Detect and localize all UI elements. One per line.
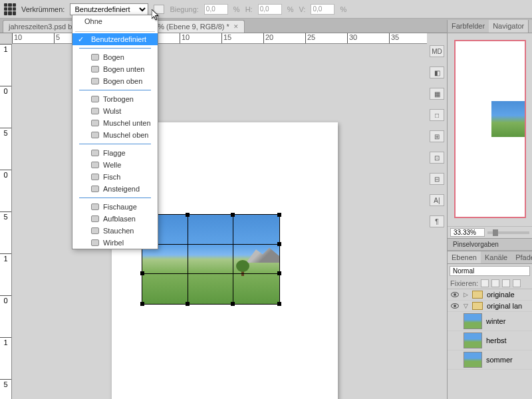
ruler-vertical[interactable]: 1050510152 [0, 44, 12, 399]
dropdown-item[interactable]: Fischauge [72, 201, 158, 213]
dropdown-item[interactable]: Muschel unten [72, 117, 158, 129]
tab-farbfelder[interactable]: Farbfelder [448, 20, 489, 33]
dropdown-item[interactable]: Torbogen [72, 93, 158, 105]
lock-transparency-icon[interactable] [481, 279, 489, 287]
warp-shape-icon [91, 108, 99, 114]
zoom-slider[interactable] [487, 231, 529, 234]
folder-icon [472, 291, 483, 299]
eye-icon [451, 303, 459, 309]
visibility-toggle[interactable] [450, 291, 460, 299]
h-field[interactable]: 0,0 [258, 4, 282, 15]
tab-navigator[interactable]: Navigator [489, 20, 529, 33]
warp-shape-icon [91, 96, 99, 102]
bend-field[interactable]: 0,0 [204, 4, 228, 15]
expand-arrow-icon[interactable]: ▽ [464, 303, 468, 309]
dropdown-item[interactable]: Fisch [72, 171, 158, 183]
v-label: V: [299, 5, 305, 13]
layer-name[interactable]: winter [486, 317, 505, 325]
visibility-toggle[interactable] [450, 336, 460, 344]
warp-shape-icon [91, 203, 99, 210]
v-field[interactable]: 0,0 [311, 4, 334, 15]
zoom-controls: 33.33% [448, 226, 532, 238]
close-icon[interactable]: ✕ [233, 23, 239, 30]
side-tool-button[interactable]: ¶ [430, 215, 444, 227]
panel-pinselvorgaben[interactable]: Pinselvorgaben [448, 239, 532, 251]
side-tool-button[interactable]: MD [430, 45, 444, 57]
dropdown-item[interactable]: Flagge [72, 147, 158, 159]
side-tool-button[interactable]: ▦ [430, 88, 444, 100]
grid-icon[interactable] [4, 3, 16, 15]
tab-kanaele[interactable]: Kanäle [481, 251, 511, 263]
layers-tabs: Ebenen Kanäle Pfade [448, 251, 532, 264]
dropdown-item[interactable]: Bogen oben [72, 75, 158, 87]
warp-shape-icon [91, 227, 99, 234]
navigator-tabs: Farbfelder Navigator [448, 20, 532, 33]
dropdown-item[interactable]: Stauchen [72, 225, 158, 237]
layer-thumbnail [464, 313, 482, 329]
layer-row[interactable]: ▷originale [448, 289, 532, 301]
expand-arrow-icon[interactable]: ▷ [464, 291, 468, 298]
right-panel: Farbfelder Navigator 33.33% Pinselvorgab… [447, 20, 532, 399]
side-tool-button[interactable]: A| [430, 194, 444, 206]
layer-name[interactable]: herbst [486, 336, 507, 344]
dropdown-item[interactable]: Welle [72, 159, 158, 171]
warp-dropdown-menu: Ohne Benutzerdefiniert BogenBogen untenB… [72, 15, 158, 249]
warp-shape-icon [91, 132, 99, 138]
layer-row[interactable]: herbst [448, 331, 532, 350]
side-tool-button[interactable]: □ [430, 109, 444, 121]
warp-shape-icon [91, 239, 99, 246]
warp-label: Verkrümmen: [21, 5, 65, 13]
warp-shape-icon [91, 120, 99, 126]
side-toolbar: MD◧▦□⊞⊡⊟A|¶ [427, 33, 447, 239]
dropdown-item[interactable]: Aufblasen [72, 213, 158, 225]
side-tool-button[interactable]: ◧ [430, 66, 444, 78]
eye-icon [451, 292, 459, 297]
side-tool-button[interactable]: ⊟ [430, 173, 444, 185]
cursor-icon [152, 9, 161, 21]
layer-row[interactable]: ▽original lan [448, 301, 532, 312]
warp-shape-icon [91, 54, 99, 61]
dropdown-item-ohne[interactable]: Ohne [72, 15, 158, 27]
dropdown-item[interactable]: Wulst [72, 105, 158, 117]
dropdown-item[interactable]: Muschel oben [72, 129, 158, 141]
transform-box[interactable] [142, 214, 280, 305]
bend-label: Biegung: [170, 5, 198, 13]
dropdown-item[interactable]: Wirbel [72, 237, 158, 249]
folder-icon [472, 302, 483, 310]
warp-shape-icon [91, 150, 99, 156]
lock-all-icon[interactable] [513, 279, 521, 287]
warp-shape-icon [91, 174, 99, 180]
layer-row[interactable]: sommer [448, 350, 532, 370]
side-tool-button[interactable]: ⊡ [430, 152, 444, 164]
lock-row: Fixieren: [448, 278, 532, 289]
visibility-toggle[interactable] [450, 302, 460, 310]
lock-position-icon[interactable] [502, 279, 510, 287]
warp-shape-icon [91, 162, 99, 168]
dropdown-item[interactable]: Bogen unten [72, 63, 158, 75]
tab-pfade[interactable]: Pfade [511, 251, 532, 263]
h-label: H: [245, 5, 253, 13]
layer-name[interactable]: sommer [486, 356, 513, 364]
layer-thumbnail [464, 332, 482, 348]
warp-shape-icon [91, 66, 99, 72]
visibility-toggle[interactable] [450, 317, 460, 325]
warp-shape-icon [91, 78, 99, 84]
landscape-image [142, 215, 279, 304]
visibility-toggle[interactable] [450, 356, 460, 364]
zoom-value[interactable]: 33.33% [450, 228, 485, 237]
side-tool-button[interactable]: ⊞ [430, 130, 444, 142]
warp-shape-icon [91, 215, 99, 222]
layer-name[interactable]: originale [487, 291, 515, 299]
dropdown-item-benutzerdefiniert[interactable]: Benutzerdefiniert [72, 33, 158, 45]
tab-ebenen[interactable]: Ebenen [448, 251, 481, 263]
lock-pixels-icon[interactable] [491, 279, 499, 287]
dropdown-item[interactable]: Bogen [72, 51, 158, 63]
layer-name[interactable]: original lan [487, 302, 522, 310]
layer-thumbnail [464, 352, 482, 368]
warp-shape-icon [91, 186, 99, 192]
dropdown-item[interactable]: Ansteigend [72, 183, 158, 195]
layer-row[interactable]: winter [448, 312, 532, 331]
navigator-preview[interactable] [448, 33, 532, 226]
blend-mode-select[interactable]: Normal [450, 266, 530, 276]
warp-dropdown[interactable]: Benutzerdefiniert [70, 3, 148, 15]
